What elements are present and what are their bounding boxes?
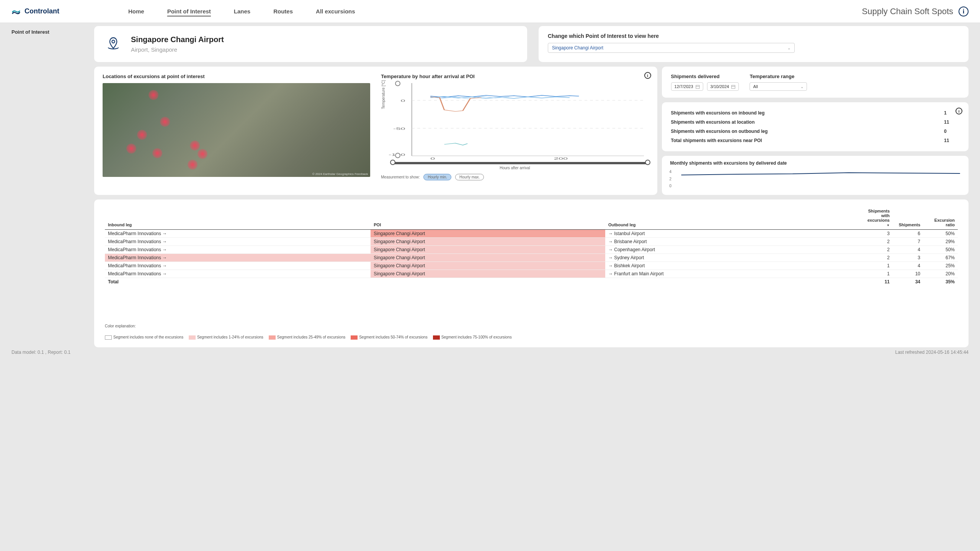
table-row[interactable]: MedicaPharm Innovations →Singapore Chang… — [105, 246, 958, 254]
cell-swe: 1 — [856, 270, 893, 278]
cell-total-shipments: 34 — [893, 278, 923, 286]
cell-outbound: → Sydney Airport — [605, 254, 856, 262]
header-right: Supply Chain Soft Spots i — [862, 7, 969, 16]
stat-label: Shipments with excursions on outbound le… — [671, 129, 944, 134]
info-icon[interactable]: i — [959, 7, 969, 16]
page-body: Point of Interest Singapore Changi Airpo… — [0, 23, 980, 349]
nav-tab-poi[interactable]: Point of Interest — [167, 8, 211, 15]
temp-chart-xlabel: Hours after arrival — [381, 166, 648, 170]
map-attribution: © 2024 Earthstar Geographics Feedback — [312, 172, 368, 176]
poi-title: Singapore Changi Airport — [131, 35, 224, 44]
svg-text:200: 200 — [554, 157, 568, 160]
cell-swe: 2 — [856, 246, 893, 254]
footer-right: Last refreshed 2024-05-16 14:45:44 — [895, 350, 969, 355]
right-column: Shipments delivered 12/7/2023 3/10/2024 — [662, 67, 969, 195]
monthly-y-ticks: 4 2 0 — [670, 170, 672, 188]
table-row[interactable]: MedicaPharm Innovations →Singapore Chang… — [105, 238, 958, 246]
excursion-table: Inbound leg POI Outbound leg Shipments w… — [105, 206, 958, 286]
mid-row: i Locations of excursions at point of in… — [94, 67, 969, 195]
temp-chart[interactable]: Temperature [°C] 0 -50 -100 0 — [389, 83, 648, 160]
cell-inbound: MedicaPharm Innovations → — [105, 270, 371, 278]
cell-ratio: 20% — [923, 270, 958, 278]
calendar-icon — [731, 85, 735, 89]
shipments-delivered-filter: Shipments delivered 12/7/2023 3/10/2024 — [671, 74, 739, 91]
svg-point-0 — [112, 40, 114, 43]
nav-tabs: Home Point of Interest Lanes Routes All … — [128, 8, 355, 15]
col-shipments[interactable]: Shipments — [893, 206, 923, 230]
stat-value: 11 — [944, 119, 959, 125]
measure-label: Measurement to show: — [381, 175, 420, 179]
poi-selector-dropdown[interactable]: Singapore Changi Airport ⌄ — [548, 43, 795, 53]
monthly-chart[interactable]: 4 2 0 — [670, 170, 960, 188]
date-to-input[interactable]: 3/10/2024 — [707, 82, 739, 91]
nav-tab-excursions[interactable]: All excursions — [316, 8, 355, 15]
left-sidebar: Point of Interest — [11, 26, 88, 347]
calendar-icon — [696, 85, 700, 89]
cell-inbound: MedicaPharm Innovations → — [105, 262, 371, 270]
nav-tab-routes[interactable]: Routes — [273, 8, 293, 15]
temp-range-select[interactable]: All ⌄ — [750, 82, 807, 91]
satellite-map[interactable]: © 2024 Earthstar Geographics Feedback — [103, 83, 370, 177]
info-icon[interactable]: i — [956, 108, 962, 114]
cell-inbound: MedicaPharm Innovations → — [105, 246, 371, 254]
cell-inbound: MedicaPharm Innovations → — [105, 254, 371, 262]
col-poi[interactable]: POI — [371, 206, 605, 230]
svg-rect-12 — [732, 85, 735, 88]
cell-outbound: → Copenhagen Airport — [605, 246, 856, 254]
x-range-slider[interactable] — [392, 162, 648, 164]
cell-shipments: 7 — [893, 238, 923, 246]
filters-card: Shipments delivered 12/7/2023 3/10/2024 — [662, 67, 969, 98]
table-row[interactable]: MedicaPharm Innovations →Singapore Chang… — [105, 254, 958, 262]
hourly-min-button[interactable]: Hourly min. — [423, 174, 451, 180]
cell-shipments: 4 — [893, 246, 923, 254]
cell-outbound: → Istanbul Airport — [605, 230, 856, 238]
cell-poi: Singapore Changi Airport — [371, 238, 605, 246]
cell-poi: Singapore Changi Airport — [371, 254, 605, 262]
poi-pin-icon — [105, 36, 122, 52]
stat-row: Shipments with excursions at location11 — [671, 118, 959, 127]
col-outbound[interactable]: Outbound leg — [605, 206, 856, 230]
cell-inbound: MedicaPharm Innovations → — [105, 238, 371, 246]
poi-subtitle: Airport, Singapore — [131, 46, 224, 53]
cell-ratio: 50% — [923, 246, 958, 254]
stat-label: Total shipments with excursions near POI — [671, 138, 944, 143]
chevron-down-icon: ⌄ — [787, 46, 791, 50]
nav-tab-home[interactable]: Home — [128, 8, 144, 15]
cell-total-ratio: 35% — [923, 278, 958, 286]
cell-ratio: 25% — [923, 262, 958, 270]
table-total-row: Total113435% — [105, 278, 958, 286]
cell-swe: 2 — [856, 238, 893, 246]
brand-name: Controlant — [24, 7, 59, 15]
main-column: Singapore Changi Airport Airport, Singap… — [94, 26, 969, 347]
stat-row: Shipments with excursions on outbound le… — [671, 127, 959, 136]
cell-inbound: MedicaPharm Innovations → — [105, 230, 371, 238]
temp-range-label: Temperature range — [750, 74, 807, 79]
cell-shipments: 3 — [893, 254, 923, 262]
cell-poi: Singapore Changi Airport — [371, 246, 605, 254]
map-title: Locations of excursions at point of inte… — [103, 74, 370, 79]
brand-logo: Controlant — [11, 7, 59, 16]
cell-shipments: 10 — [893, 270, 923, 278]
date-from-input[interactable]: 12/7/2023 — [671, 82, 703, 91]
table-row[interactable]: MedicaPharm Innovations →Singapore Chang… — [105, 230, 958, 238]
measure-toggle-row: Measurement to show: Hourly min. Hourly … — [381, 174, 648, 180]
cell-outbound: → Brisbane Airport — [605, 238, 856, 246]
cell-shipments: 4 — [893, 262, 923, 270]
chevron-down-icon: ⌄ — [800, 85, 804, 89]
hourly-max-button[interactable]: Hourly max. — [455, 174, 484, 180]
col-ratio[interactable]: Excursion ratio — [923, 206, 958, 230]
legend-intro: Color explanation: — [105, 324, 958, 328]
col-swe[interactable]: Shipments with excursions▼ — [856, 206, 893, 230]
cell-shipments: 6 — [893, 230, 923, 238]
temp-chart-section: Temperature by hour after arrival at POI… — [381, 74, 648, 188]
cell-poi: Singapore Changi Airport — [371, 262, 605, 270]
poi-selector-value: Singapore Changi Airport — [552, 45, 603, 51]
nav-tab-lanes[interactable]: Lanes — [234, 8, 250, 15]
cell-ratio: 67% — [923, 254, 958, 262]
stats-card: i Shipments with excursions on inbound l… — [662, 102, 969, 151]
col-inbound[interactable]: Inbound leg — [105, 206, 371, 230]
monthly-card: Monthly shipments with excursions by del… — [662, 156, 969, 195]
table-row[interactable]: MedicaPharm Innovations →Singapore Chang… — [105, 262, 958, 270]
table-row[interactable]: MedicaPharm Innovations →Singapore Chang… — [105, 270, 958, 278]
top-header: Controlant Home Point of Interest Lanes … — [0, 0, 980, 23]
